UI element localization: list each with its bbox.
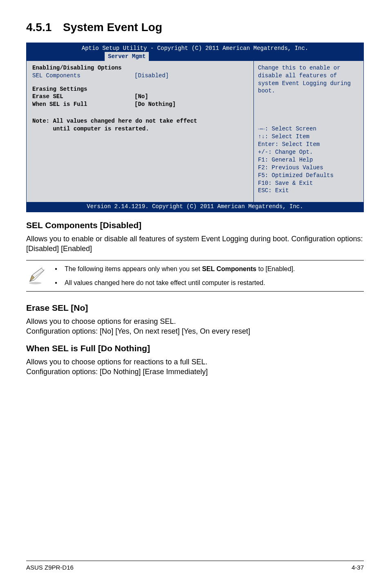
note-item-1b: SEL Components (202, 265, 256, 272)
sub3-heading: When SEL is Full [Do Nothing] (26, 343, 364, 354)
bios-nav-l8: F10: Save & Exit (258, 180, 359, 187)
bios-nav-l7: F5: Optimized Defaults (258, 172, 359, 180)
footer-left: ASUS Z9PR-D16 (26, 563, 74, 572)
note-item-1: • The following items appears only when … (55, 265, 361, 274)
note-item-2: • All values changed here do not take ef… (55, 278, 361, 287)
bios-nav-l2: ↑↓: Select Item (258, 133, 359, 141)
bios-group1-heading: Enabling/Disabling Options (32, 64, 249, 72)
bios-nav-l4: +/-: Change Opt. (258, 148, 359, 156)
sub2-body: Allows you to choose options for erasing… (26, 316, 364, 337)
page-footer: ASUS Z9PR-D16 4-37 (26, 561, 364, 572)
sub1-body: Allows you to enable or disable all feat… (26, 234, 364, 254)
bios-sel-components-value: [Disabled] (134, 72, 169, 80)
note-item-2-text: All values changed here do not take effe… (65, 278, 265, 287)
section-number: 4.5.1 (26, 20, 63, 35)
section-title: System Event Log (63, 21, 162, 34)
sub1-heading: SEL Components [Disabled] (26, 220, 364, 231)
bios-nav-l3: Enter: Select Item (258, 141, 359, 148)
svg-point-0 (29, 282, 42, 284)
bios-group2-heading: Erasing Settings (32, 85, 249, 93)
bios-footer: Version 2.14.1219. Copyright (C) 2011 Am… (27, 202, 363, 212)
sub3-body: Allows you to choose options for reactio… (26, 357, 364, 377)
note-item-1a: The following items appears only when yo… (65, 265, 202, 272)
bios-right-pane: Change this to enable or disable all fea… (253, 61, 363, 202)
note-item-1-text: The following items appears only when yo… (65, 265, 295, 274)
pencil-note-icon (26, 265, 47, 287)
bios-header: Aptio Setup Utility - Copyright (C) 2011… (27, 43, 363, 61)
bios-header-text: Aptio Setup Utility - Copyright (C) 2011… (27, 43, 363, 52)
note-item-1c: to [Enabled]. (256, 265, 295, 272)
bios-nav-l9: ESC: Exit (258, 187, 359, 195)
bios-note-line1: Note: All values changed here do not tak… (32, 117, 249, 125)
sub2-heading: Erase SEL [No] (26, 302, 364, 314)
bios-nav-l1: →←: Select Screen (258, 125, 359, 133)
bios-sel-components-label: SEL Components (32, 72, 134, 80)
bios-help-text: Change this to enable or disable all fea… (258, 64, 359, 95)
bios-nav-l6: F2: Previous Values (258, 164, 359, 172)
note-box: • The following items appears only when … (26, 260, 364, 292)
bullet-icon: • (55, 265, 57, 274)
bios-erase-sel-value: [No] (134, 93, 148, 101)
section-heading: 4.5.1System Event Log (26, 20, 364, 35)
bios-tab-server-mgmt: Server Mgmt (104, 52, 149, 61)
bullet-icon: • (55, 278, 57, 287)
bios-nav-l5: F1: General Help (258, 156, 359, 164)
bios-when-full-label: When SEL is Full (32, 101, 134, 108)
footer-right: 4-37 (352, 563, 364, 572)
bios-when-full-value: [Do Nothing] (134, 101, 176, 108)
bios-left-pane: Enabling/Disabling Options SEL Component… (27, 61, 253, 202)
bios-note-line2: until computer is restarted. (32, 125, 249, 133)
bios-screenshot: Aptio Setup Utility - Copyright (C) 2011… (26, 43, 364, 212)
bios-erase-sel-label: Erase SEL (32, 93, 134, 101)
